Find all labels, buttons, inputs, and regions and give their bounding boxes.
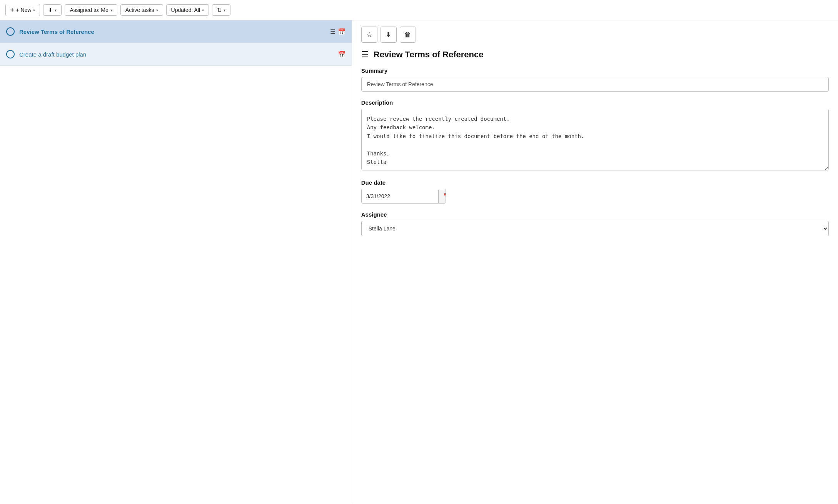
download-button[interactable]: ⬇ <box>381 27 397 43</box>
active-tasks-filter-button[interactable]: Active tasks ▾ <box>120 4 163 16</box>
due-date-section: Due date 📅 <box>361 179 829 204</box>
star-button[interactable]: ☆ <box>361 27 377 43</box>
task-1-title: Review Terms of Reference <box>19 28 94 35</box>
summary-label: Summary <box>361 67 829 74</box>
detail-title-row: ☰ Review Terms of Reference <box>361 50 829 60</box>
task-2-title: Create a draft budget plan <box>19 51 86 58</box>
new-button[interactable]: + + New ▾ <box>5 4 40 16</box>
calendar-icon: 📅 <box>443 193 446 200</box>
task-1-list-icon: ☰ <box>330 28 336 35</box>
active-tasks-chevron: ▾ <box>156 8 158 12</box>
detail-title: Review Terms of Reference <box>374 50 484 60</box>
description-label: Description <box>361 99 829 106</box>
new-label: + New <box>16 7 31 13</box>
detail-panel: ☆ ⬇ 🗑 ☰ Review Terms of Reference Summar… <box>352 20 838 503</box>
assigned-filter-button[interactable]: Assigned to: Me ▾ <box>65 4 117 16</box>
detail-actions: ☆ ⬇ 🗑 <box>361 27 829 43</box>
task-1-checkbox[interactable] <box>6 27 15 36</box>
task-2-checkbox[interactable] <box>6 50 15 58</box>
description-textarea[interactable]: Please review the recently created docum… <box>361 109 829 170</box>
export-button[interactable]: ⬇ ▾ <box>43 4 62 16</box>
assignee-section: Assignee Stella Lane <box>361 211 829 236</box>
task-item-2-left: Create a draft budget plan <box>6 50 86 58</box>
sort-icon: ⇅ <box>217 7 222 13</box>
active-tasks-label: Active tasks <box>125 7 154 13</box>
export-icon: ⬇ <box>48 7 53 13</box>
download-icon: ⬇ <box>386 30 391 39</box>
task-1-calendar-icon: 📅 <box>338 28 346 35</box>
main-layout: Review Terms of Reference ☰ 📅 Create a d… <box>0 20 838 503</box>
updated-filter-button[interactable]: Updated: All ▾ <box>166 4 209 16</box>
due-date-label: Due date <box>361 179 829 186</box>
plus-icon: + <box>10 7 14 13</box>
summary-input[interactable] <box>361 77 829 92</box>
delete-button[interactable]: 🗑 <box>400 27 416 43</box>
assigned-chevron: ▾ <box>110 8 112 12</box>
star-icon: ☆ <box>366 30 372 39</box>
task-2-calendar-icon: 📅 <box>338 51 346 58</box>
description-section: Description Please review the recently c… <box>361 99 829 172</box>
sort-chevron: ▾ <box>224 8 225 12</box>
new-chevron: ▾ <box>33 8 35 12</box>
toolbar: + + New ▾ ⬇ ▾ Assigned to: Me ▾ Active t… <box>0 0 838 20</box>
task-item-1-left: Review Terms of Reference <box>6 27 94 36</box>
task-item-2[interactable]: Create a draft budget plan 📅 <box>0 43 352 66</box>
sort-button[interactable]: ⇅ ▾ <box>212 4 230 16</box>
updated-label: Updated: All <box>171 7 200 13</box>
trash-icon: 🗑 <box>404 31 411 39</box>
export-chevron: ▾ <box>55 8 57 12</box>
due-date-row: 📅 <box>361 189 446 204</box>
due-date-calendar-button[interactable]: 📅 <box>438 190 446 203</box>
summary-section: Summary <box>361 67 829 92</box>
detail-list-icon: ☰ <box>361 50 369 60</box>
assignee-select[interactable]: Stella Lane <box>361 221 829 236</box>
assignee-label: Assignee <box>361 211 829 218</box>
task-1-icons: ☰ 📅 <box>330 28 346 35</box>
assigned-label: Assigned to: Me <box>70 7 108 13</box>
task-2-icons: 📅 <box>338 51 346 58</box>
due-date-input[interactable] <box>362 189 438 203</box>
task-item-1[interactable]: Review Terms of Reference ☰ 📅 <box>0 20 352 43</box>
updated-chevron: ▾ <box>202 8 204 12</box>
task-list-panel: Review Terms of Reference ☰ 📅 Create a d… <box>0 20 352 503</box>
